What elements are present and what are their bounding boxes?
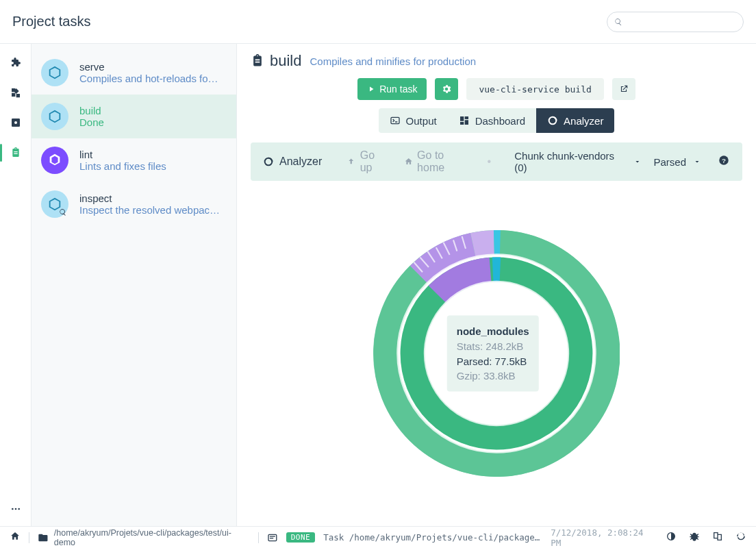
bug-icon [689, 531, 700, 542]
widgets-icon [10, 87, 21, 98]
search-icon [614, 18, 622, 26]
translate-icon [712, 531, 723, 542]
rail-deps[interactable] [8, 85, 23, 100]
task-desc: Done [79, 116, 104, 128]
task-desc: Inspect the resolved webpac… [79, 204, 220, 216]
svg-rect-5 [391, 117, 399, 123]
task-desc: Compiles and hot-reloads fo… [79, 73, 218, 84]
svg-point-1 [14, 121, 17, 124]
analyzer-toolbar: Analyzer Go up Go to home • Chunk chunk-… [251, 142, 742, 181]
clipboard-icon [10, 147, 21, 158]
home-icon [10, 531, 21, 542]
status-cwd[interactable]: /home/akryum/Projets/vue-cli/packages/te… [54, 528, 250, 547]
task-item-build[interactable]: build Done [32, 95, 236, 138]
clipboard-icon [251, 54, 264, 68]
analyzer-title: Analyzer [279, 155, 322, 168]
rail-plugins[interactable] [8, 55, 23, 70]
status-locale-button[interactable] [712, 531, 723, 544]
task-settings-button[interactable] [435, 78, 458, 100]
cube-icon [41, 59, 68, 86]
chart-tooltip: node_modules Stats: 248.2kB Parsed: 77.5… [447, 316, 539, 392]
chunk-dropdown[interactable]: Chunk chunk-vendors (0) [514, 150, 641, 173]
hex-icon [41, 147, 68, 174]
contrast-icon [666, 531, 677, 542]
tab-dashboard[interactable]: Dashboard [448, 108, 536, 133]
page-title: Project tasks [12, 14, 90, 29]
status-log[interactable]: Task /home/akryum/Projets/vue-cli/packag… [323, 532, 542, 543]
status-bug-button[interactable] [689, 531, 700, 544]
task-name: inspect [79, 192, 220, 204]
svg-point-3 [14, 508, 16, 510]
status-time: 7/12/2018, 2:08:24 PM [551, 527, 657, 548]
rail-config[interactable] [8, 115, 23, 130]
refresh-icon [735, 531, 746, 542]
arrow-up-icon [346, 157, 355, 166]
open-external-button[interactable] [612, 78, 635, 100]
donut-icon [263, 156, 274, 167]
task-item-lint[interactable]: lint Lints and fixes files [32, 138, 236, 182]
svg-text:?: ? [722, 157, 726, 164]
status-theme-button[interactable] [666, 531, 677, 544]
gear-icon [441, 84, 452, 95]
tab-output[interactable]: Output [379, 108, 448, 133]
settings-app-icon [10, 117, 21, 128]
view-tabs: Output Dashboard Analyzer [251, 108, 742, 133]
cube-search-icon [41, 190, 68, 218]
sunburst-chart[interactable]: node_modules Stats: 248.2kB Parsed: 77.5… [251, 181, 742, 526]
status-bar: /home/akryum/Projets/vue-cli/packages/te… [0, 526, 756, 548]
task-subtitle: Compiles and minifies for production [310, 55, 476, 67]
nav-rail [0, 44, 32, 526]
task-title: build [251, 52, 301, 70]
svg-point-4 [18, 508, 20, 510]
chevron-down-icon [633, 158, 642, 166]
rail-more[interactable] [8, 501, 23, 516]
tab-analyzer[interactable]: Analyzer [536, 108, 614, 133]
cube-icon [41, 103, 68, 130]
task-name: lint [79, 149, 166, 160]
status-badge: DONE [286, 532, 316, 543]
mode-dropdown[interactable]: Parsed [653, 156, 701, 168]
more-icon [10, 503, 21, 514]
task-name: build [79, 105, 104, 116]
play-icon [367, 85, 375, 93]
run-task-button[interactable]: Run task [357, 78, 427, 100]
puzzle-icon [10, 57, 21, 68]
command-label: vue-cli-service build [466, 78, 603, 100]
go-home-button[interactable]: Go to home [404, 149, 473, 174]
status-home-button[interactable] [10, 531, 21, 544]
go-up-button[interactable]: Go up [346, 149, 388, 174]
tasks-list: serve Compiles and hot-reloads fo… build… [32, 44, 237, 526]
donut-icon [547, 115, 558, 126]
terminal-icon [390, 115, 401, 126]
folder-icon [38, 532, 49, 543]
svg-point-2 [12, 508, 14, 510]
rail-tasks[interactable] [8, 145, 23, 160]
chevron-down-icon [693, 158, 701, 166]
task-item-inspect[interactable]: inspect Inspect the resolved webpac… [32, 182, 236, 226]
log-icon [267, 532, 278, 543]
task-desc: Lints and fixes files [79, 160, 166, 172]
external-link-icon [619, 84, 629, 94]
help-button[interactable]: ? [718, 154, 730, 169]
search-input[interactable] [607, 12, 744, 32]
help-icon: ? [718, 154, 730, 166]
home-icon [404, 157, 413, 166]
dashboard-icon [459, 115, 470, 126]
task-name: serve [79, 61, 218, 73]
task-item-serve[interactable]: serve Compiles and hot-reloads fo… [32, 51, 236, 95]
status-refresh-button[interactable] [735, 531, 746, 544]
